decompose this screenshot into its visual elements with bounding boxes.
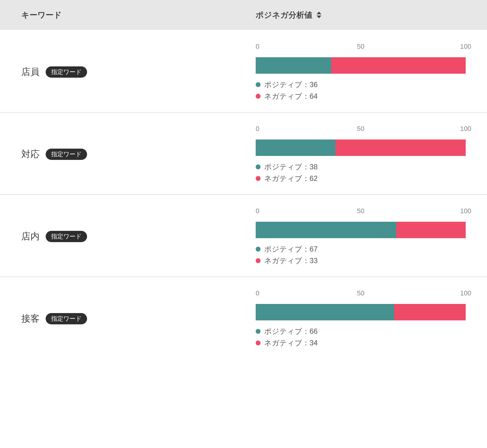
keyword-cell: 店内 指定ワード [21, 230, 256, 243]
legend-positive-text: ポジティブ：36 [264, 80, 318, 90]
legend-positive-text: ポジティブ：66 [264, 326, 318, 336]
stacked-bar [256, 57, 466, 74]
axis-tick-100: 100 [460, 125, 471, 133]
legend-positive: ポジティブ：66 [256, 326, 466, 336]
chart-legend: ポジティブ：67 ネガティブ：33 [256, 244, 466, 266]
dot-icon-negative [256, 340, 261, 345]
legend-negative-text: ネガティブ：34 [264, 338, 318, 348]
axis-tick-0: 0 [256, 43, 259, 51]
sentiment-chart: 0 50 100 ポジティブ：66 ネガティブ：34 [256, 289, 466, 348]
legend-negative: ネガティブ：62 [256, 174, 466, 183]
bar-segment-negative [331, 57, 466, 74]
legend-positive: ポジティブ：36 [256, 80, 466, 90]
axis-tick-0: 0 [256, 207, 259, 215]
axis-tick-0: 0 [256, 289, 259, 297]
table-header: キーワード ポジネガ分析値 [0, 0, 487, 30]
legend-negative: ネガティブ：64 [256, 91, 466, 101]
keyword-name: 店内 [21, 230, 40, 243]
table-row: 対応 指定ワード 0 50 100 ポジティブ：38 ネガティブ：62 [0, 113, 487, 195]
chart-legend: ポジティブ：38 ネガティブ：62 [256, 162, 466, 183]
column-header-keyword[interactable]: キーワード [21, 10, 62, 20]
tag-designated-word: 指定ワード [46, 313, 87, 324]
dot-icon-negative [256, 176, 261, 181]
keyword-cell: 店員 指定ワード [21, 66, 256, 78]
legend-positive: ポジティブ：38 [256, 162, 466, 172]
legend-negative: ネガティブ：33 [256, 256, 466, 266]
axis-tick-50: 50 [357, 125, 364, 133]
keyword-name: 対応 [21, 148, 40, 161]
axis-tick-50: 50 [357, 289, 364, 297]
chart-axis: 0 50 100 [256, 207, 466, 217]
axis-tick-100: 100 [460, 43, 471, 51]
tag-designated-word: 指定ワード [46, 231, 87, 242]
sentiment-chart: 0 50 100 ポジティブ：38 ネガティブ：62 [256, 125, 466, 183]
bar-segment-negative [335, 139, 466, 156]
bar-segment-positive [256, 57, 331, 74]
dot-icon-positive [256, 329, 261, 334]
chart-axis: 0 50 100 [256, 43, 466, 53]
stacked-bar [256, 139, 466, 156]
axis-tick-50: 50 [357, 207, 364, 215]
legend-positive-text: ポジティブ：38 [264, 162, 318, 172]
legend-negative-text: ネガティブ：62 [264, 174, 318, 183]
legend-positive: ポジティブ：67 [256, 244, 466, 254]
keyword-cell: 接客 指定ワード [21, 312, 256, 325]
table-row: 店内 指定ワード 0 50 100 ポジティブ：67 ネガティブ：33 [0, 195, 487, 277]
dot-icon-positive [256, 164, 261, 169]
chart-axis: 0 50 100 [256, 289, 466, 300]
bar-segment-negative [394, 304, 466, 320]
table-row: 店員 指定ワード 0 50 100 ポジティブ：36 ネガティブ：64 [0, 30, 487, 113]
legend-negative-text: ネガティブ：33 [264, 256, 318, 266]
column-header-sentiment-label: ポジネガ分析値 [256, 10, 312, 20]
bar-segment-positive [256, 222, 396, 238]
sort-icon[interactable] [317, 11, 323, 19]
sentiment-chart: 0 50 100 ポジティブ：36 ネガティブ：64 [256, 43, 466, 101]
legend-negative: ネガティブ：34 [256, 338, 466, 348]
axis-tick-100: 100 [460, 289, 471, 297]
axis-tick-0: 0 [256, 125, 259, 133]
chart-axis: 0 50 100 [256, 125, 466, 135]
chart-legend: ポジティブ：66 ネガティブ：34 [256, 326, 466, 348]
keyword-name: 店員 [21, 66, 40, 78]
keyword-cell: 対応 指定ワード [21, 148, 256, 161]
bar-segment-positive [256, 304, 394, 320]
legend-negative-text: ネガティブ：64 [264, 91, 318, 101]
bar-segment-negative [396, 222, 466, 238]
keyword-name: 接客 [21, 312, 40, 325]
axis-tick-50: 50 [357, 43, 364, 51]
column-header-sentiment[interactable]: ポジネガ分析値 [256, 10, 323, 20]
stacked-bar [256, 222, 466, 238]
dot-icon-positive [256, 82, 261, 87]
tag-designated-word: 指定ワード [46, 149, 87, 160]
table-row: 接客 指定ワード 0 50 100 ポジティブ：66 ネガティブ：34 [0, 277, 487, 359]
axis-tick-100: 100 [460, 207, 471, 215]
dot-icon-negative [256, 94, 261, 99]
dot-icon-negative [256, 258, 261, 263]
legend-positive-text: ポジティブ：67 [264, 244, 318, 254]
rows-container: 店員 指定ワード 0 50 100 ポジティブ：36 ネガティブ：64 [0, 30, 487, 359]
dot-icon-positive [256, 247, 261, 252]
tag-designated-word: 指定ワード [46, 66, 87, 78]
chart-legend: ポジティブ：36 ネガティブ：64 [256, 80, 466, 101]
sentiment-chart: 0 50 100 ポジティブ：67 ネガティブ：33 [256, 207, 466, 266]
stacked-bar [256, 304, 466, 320]
bar-segment-positive [256, 139, 335, 156]
